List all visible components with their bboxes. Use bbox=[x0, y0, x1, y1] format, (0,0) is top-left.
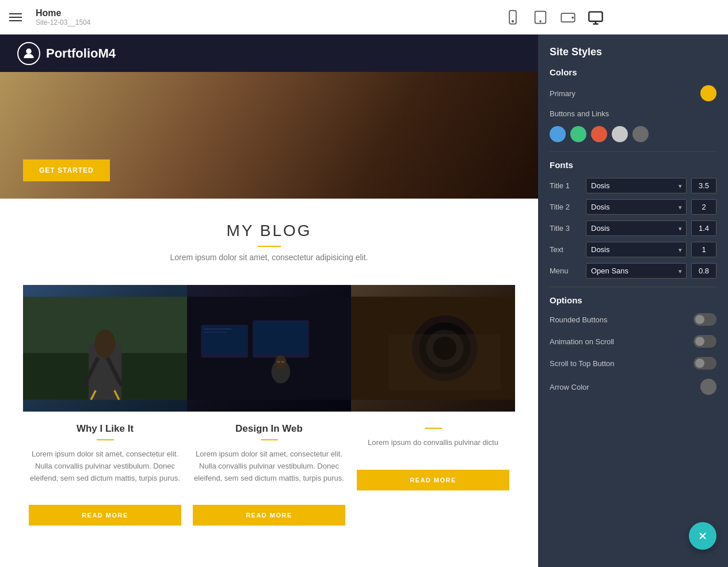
svg-rect-33 bbox=[388, 334, 501, 391]
font-size-title3[interactable] bbox=[691, 220, 716, 236]
font-label-menu: Menu bbox=[550, 267, 581, 275]
blog-card-text-2: Lorem ipsum dolor sit amet, consectetur … bbox=[193, 448, 345, 484]
colors-section-heading: Colors bbox=[550, 67, 716, 77]
swatch-blue[interactable] bbox=[550, 126, 566, 142]
font-row-title2: Title 2 Dosis bbox=[550, 199, 716, 215]
blog-card-3: Lorem ipsum do convallis pulvinar dictu … bbox=[351, 285, 515, 526]
page-title-group: Home Site-12-03__1504 bbox=[36, 8, 90, 26]
toggle-animation-scroll[interactable] bbox=[693, 335, 716, 348]
blog-title: MY BLOG bbox=[23, 222, 515, 240]
blog-card-title-1: Why I Like It bbox=[29, 423, 181, 435]
buttons-links-label: Buttons and Links bbox=[550, 109, 609, 118]
preview-area: PortfolioM4 GET STARTED MY BLOG Lorem ip… bbox=[0, 35, 538, 567]
site-subtitle: Site-12-03__1504 bbox=[36, 18, 90, 26]
font-size-title2[interactable] bbox=[691, 199, 716, 215]
blog-subtitle: Lorem ipsum dolor sit amet, consectetur … bbox=[23, 253, 515, 262]
option-arrow-color: Arrow Color bbox=[550, 379, 716, 395]
font-select-title2[interactable]: Dosis bbox=[586, 199, 687, 215]
font-size-text[interactable] bbox=[691, 242, 716, 257]
read-more-button-3[interactable]: READ MORE bbox=[357, 470, 509, 490]
blog-card-image-2 bbox=[187, 285, 351, 412]
font-select-wrapper-title3: Dosis bbox=[586, 220, 687, 236]
blog-card-divider-1 bbox=[97, 439, 114, 440]
swatch-red[interactable] bbox=[591, 126, 607, 142]
option-label-scroll-top: Scroll to Top Button bbox=[550, 359, 615, 368]
site-nav: PortfolioM4 bbox=[0, 35, 538, 72]
buttons-links-row: Buttons and Links bbox=[550, 109, 716, 118]
blog-title-divider bbox=[258, 246, 281, 247]
separator-fonts bbox=[550, 151, 716, 152]
blog-section: MY BLOG Lorem ipsum dolor sit amet, cons… bbox=[0, 199, 538, 273]
font-select-wrapper-title1: Dosis bbox=[586, 178, 687, 193]
toggle-scroll-top[interactable] bbox=[693, 357, 716, 370]
swatch-gray[interactable] bbox=[612, 126, 628, 142]
svg-rect-26 bbox=[277, 361, 280, 363]
font-row-title1: Title 1 Dosis bbox=[550, 178, 716, 193]
topbar: Home Site-12-03__1504 bbox=[0, 0, 728, 35]
blog-grid: Why I Like It Lorem ipsum dolor sit amet… bbox=[0, 273, 538, 537]
font-select-title3[interactable]: Dosis bbox=[586, 220, 687, 236]
swatch-dark-gray[interactable] bbox=[632, 126, 649, 142]
page-title: Home bbox=[36, 8, 90, 18]
option-label-arrow-color: Arrow Color bbox=[550, 383, 589, 391]
svg-rect-6 bbox=[589, 12, 602, 21]
font-size-title1[interactable] bbox=[691, 178, 716, 193]
svg-rect-23 bbox=[204, 332, 227, 333]
primary-color-swatch[interactable] bbox=[700, 85, 716, 101]
svg-rect-21 bbox=[254, 322, 307, 355]
blog-card-image-3 bbox=[351, 285, 515, 412]
blog-card-title-2: Design In Web bbox=[193, 423, 345, 435]
blog-card-body-2: Design In Web Lorem ipsum dolor sit amet… bbox=[187, 412, 351, 496]
font-row-menu: Menu Open Sans bbox=[550, 263, 716, 279]
arrow-color-swatch[interactable] bbox=[700, 379, 716, 395]
hero-section: GET STARTED bbox=[0, 72, 538, 199]
device-tablet-icon[interactable] bbox=[532, 9, 548, 25]
option-rounded-buttons: Rounded Buttons bbox=[550, 313, 716, 326]
svg-point-3 bbox=[540, 21, 541, 22]
font-label-text: Text bbox=[550, 245, 581, 254]
read-more-button-2[interactable]: READ MORE bbox=[193, 505, 345, 526]
font-select-menu[interactable]: Open Sans bbox=[586, 263, 687, 279]
logo-text: PortfolioM4 bbox=[46, 46, 116, 61]
svg-rect-27 bbox=[281, 361, 285, 363]
svg-rect-19 bbox=[203, 326, 247, 355]
font-label-title1: Title 1 bbox=[550, 181, 581, 190]
font-select-title1[interactable]: Dosis bbox=[586, 178, 687, 193]
svg-point-1 bbox=[512, 20, 513, 21]
hero-content: GET STARTED bbox=[23, 159, 110, 181]
blog-card-text-3: Lorem ipsum do convallis pulvinar dictu bbox=[357, 437, 509, 449]
font-select-text[interactable]: Dosis bbox=[586, 242, 687, 257]
close-icon bbox=[697, 530, 708, 542]
blog-card-1: Why I Like It Lorem ipsum dolor sit amet… bbox=[23, 285, 187, 526]
blog-card-body-3: Lorem ipsum do convallis pulvinar dictu bbox=[351, 412, 515, 461]
blog-card-2: Design In Web Lorem ipsum dolor sit amet… bbox=[187, 285, 351, 526]
separator-options bbox=[550, 287, 716, 287]
option-label-rounded-buttons: Rounded Buttons bbox=[550, 315, 607, 324]
logo-icon bbox=[17, 42, 40, 65]
device-desktop-icon[interactable] bbox=[588, 9, 604, 25]
fab-close-button[interactable] bbox=[689, 522, 716, 550]
panel-title: Site Styles bbox=[550, 46, 716, 58]
fonts-section-heading: Fonts bbox=[550, 160, 716, 170]
font-select-wrapper-menu: Open Sans bbox=[586, 263, 687, 279]
svg-point-25 bbox=[275, 355, 287, 369]
blog-card-divider-3 bbox=[425, 428, 442, 429]
primary-label: Primary bbox=[550, 89, 575, 98]
swatch-green[interactable] bbox=[570, 126, 586, 142]
device-tablet-landscape-icon[interactable] bbox=[560, 9, 576, 25]
toggle-rounded-buttons[interactable] bbox=[693, 313, 716, 326]
primary-color-row: Primary bbox=[550, 85, 716, 101]
svg-point-5 bbox=[572, 17, 573, 18]
font-size-menu[interactable] bbox=[691, 263, 716, 279]
option-label-animation-scroll: Animation on Scroll bbox=[550, 337, 614, 346]
site-logo: PortfolioM4 bbox=[17, 42, 116, 65]
side-panel: Site Styles Colors Primary Buttons and L… bbox=[538, 35, 728, 567]
device-mobile-icon[interactable] bbox=[505, 9, 521, 25]
menu-icon[interactable] bbox=[9, 13, 22, 21]
blog-card-divider-2 bbox=[261, 439, 278, 440]
get-started-button[interactable]: GET STARTED bbox=[23, 159, 110, 181]
option-scroll-top: Scroll to Top Button bbox=[550, 357, 716, 370]
font-select-wrapper-title2: Dosis bbox=[586, 199, 687, 215]
read-more-button-1[interactable]: READ MORE bbox=[29, 505, 181, 526]
svg-rect-22 bbox=[204, 329, 232, 330]
